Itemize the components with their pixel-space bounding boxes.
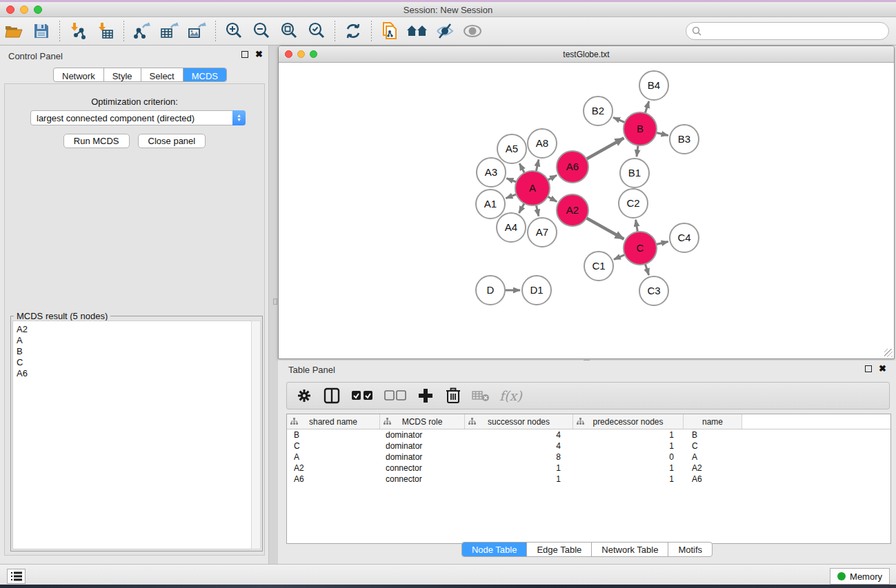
float-table-panel-icon[interactable] (865, 365, 872, 372)
table-cell[interactable]: A2 (684, 463, 742, 474)
table-cell[interactable]: A2 (287, 463, 380, 474)
table-cell[interactable]: B (684, 429, 742, 440)
zoom-selected-icon[interactable] (303, 19, 330, 43)
graph-node-label: A3 (485, 166, 497, 178)
node-table[interactable]: shared nameMCDS rolesuccessor nodesprede… (286, 414, 891, 544)
table-cell[interactable]: dominator (380, 440, 465, 452)
table-cell[interactable]: A (684, 452, 742, 463)
table-cell[interactable]: B (287, 429, 380, 440)
table-cell[interactable]: C (287, 440, 380, 452)
search-box[interactable] (686, 22, 889, 40)
table-row[interactable]: Bdominator41B (287, 429, 890, 440)
run-mcds-button[interactable]: Run MCDS (63, 134, 130, 148)
table-row[interactable]: A6connector11A6 (287, 474, 890, 485)
column-header[interactable]: shared name (287, 414, 380, 429)
table-cell[interactable]: 1 (465, 474, 573, 485)
vertical-splitter-handle[interactable] (273, 298, 277, 305)
result-list-item[interactable]: C (17, 357, 252, 368)
save-session-icon[interactable] (28, 19, 55, 43)
result-scrollbar[interactable] (251, 321, 261, 549)
zoom-out-icon[interactable] (248, 19, 275, 43)
graph-edge[interactable] (613, 117, 626, 123)
select-all-columns-icon[interactable] (350, 387, 374, 405)
delete-table-icon[interactable] (472, 387, 490, 405)
zoom-in-icon[interactable] (220, 19, 248, 43)
tab-edge-table[interactable]: Edge Table (527, 543, 592, 556)
table-cell[interactable]: 1 (573, 440, 684, 452)
column-header[interactable]: successor nodes (465, 414, 573, 429)
import-network-icon[interactable] (64, 19, 92, 43)
add-column-icon[interactable] (417, 387, 435, 405)
export-image-icon[interactable] (183, 19, 211, 43)
network-graph[interactable]: B4B2BB3B1A5A8A6A3AA1A4A7A2C2CC4C1C3DD1 (279, 63, 894, 358)
table-cell[interactable]: A6 (684, 474, 742, 485)
column-header[interactable]: predecessor nodes (573, 414, 684, 429)
table-cell[interactable]: connector (380, 463, 465, 474)
network-canvas[interactable]: B4B2BB3B1A5A8A6A3AA1A4A7A2C2CC4C1C3DD1 (279, 63, 894, 358)
import-table-icon[interactable] (92, 19, 119, 43)
column-header[interactable]: MCDS role (380, 414, 465, 429)
apply-layout-icon[interactable] (339, 19, 367, 43)
table-cell[interactable]: 4 (465, 429, 573, 440)
function-builder-icon[interactable]: f(x) (499, 388, 522, 403)
table-cell[interactable]: A (287, 452, 380, 463)
table-cell[interactable]: connector (380, 474, 465, 485)
network-window-titlebar[interactable]: testGlobe.txt (279, 46, 894, 63)
result-list-item[interactable]: A2 (17, 324, 252, 335)
graph-edge[interactable] (585, 138, 624, 160)
table-cell[interactable]: dominator (380, 429, 465, 440)
table-cell-empty (742, 474, 890, 485)
table-cell[interactable]: 1 (573, 463, 684, 474)
table-cell[interactable]: 1 (573, 474, 684, 485)
table-cell[interactable]: 8 (465, 452, 573, 463)
tab-select[interactable]: Select (141, 68, 183, 82)
result-list-item[interactable]: A (17, 335, 252, 346)
table-panel: Table Panel ✖ (278, 361, 896, 564)
float-panel-icon[interactable] (241, 51, 248, 58)
table-row[interactable]: A2connector11A2 (287, 463, 890, 474)
main-titlebar[interactable]: Session: New Session (0, 2, 896, 17)
table-cell[interactable]: 1 (573, 429, 684, 440)
close-table-panel-icon[interactable]: ✖ (879, 365, 886, 372)
close-panel-icon[interactable]: ✖ (255, 51, 263, 58)
table-row[interactable]: Adominator80A (287, 452, 890, 463)
delete-column-icon[interactable] (444, 387, 462, 405)
memory-button[interactable]: Memory (830, 568, 890, 585)
export-table-icon[interactable] (156, 19, 183, 43)
show-graphics-details-icon[interactable] (459, 19, 486, 43)
table-row[interactable]: Cdominator41C (287, 440, 890, 452)
tab-style[interactable]: Style (104, 68, 141, 82)
result-list-item[interactable]: A6 (17, 368, 252, 379)
open-file-icon[interactable] (0, 19, 28, 43)
table-cell-empty (742, 429, 890, 440)
search-input[interactable] (701, 26, 874, 37)
hide-graphics-details-icon[interactable] (431, 19, 459, 43)
mcds-result-list[interactable]: A2ABCA6 (12, 321, 252, 549)
resize-grip-icon[interactable] (884, 349, 893, 357)
table-cell[interactable]: A6 (287, 474, 380, 485)
unselect-all-columns-icon[interactable] (384, 387, 407, 405)
split-table-icon[interactable] (323, 387, 341, 405)
column-header[interactable]: name (684, 414, 742, 429)
table-cell[interactable]: 4 (465, 440, 573, 452)
task-history-button[interactable] (7, 569, 26, 584)
close-panel-button[interactable]: Close panel (138, 134, 206, 148)
table-cell[interactable]: 0 (573, 452, 684, 463)
tab-network[interactable]: Network (54, 68, 104, 82)
table-cell[interactable]: 1 (465, 463, 573, 474)
criterion-dropdown[interactable]: largest connected component (directed) ▲… (30, 110, 246, 125)
result-list-item[interactable]: B (17, 346, 252, 357)
table-cell[interactable]: C (684, 440, 742, 452)
tab-mcds[interactable]: MCDS (183, 68, 226, 82)
home-icon[interactable] (404, 19, 431, 43)
zoom-fit-icon[interactable] (275, 19, 303, 43)
table-cell[interactable]: dominator (380, 452, 465, 463)
tab-motifs[interactable]: Motifs (668, 543, 712, 556)
export-network-icon[interactable] (128, 19, 156, 43)
table-settings-icon[interactable] (295, 387, 313, 405)
graph-edge[interactable] (585, 217, 624, 239)
tab-network-table[interactable]: Network Table (592, 543, 668, 556)
graph-edge[interactable] (645, 101, 649, 114)
open-network-document-icon[interactable] (376, 19, 404, 43)
tab-node-table[interactable]: Node Table (462, 543, 528, 556)
